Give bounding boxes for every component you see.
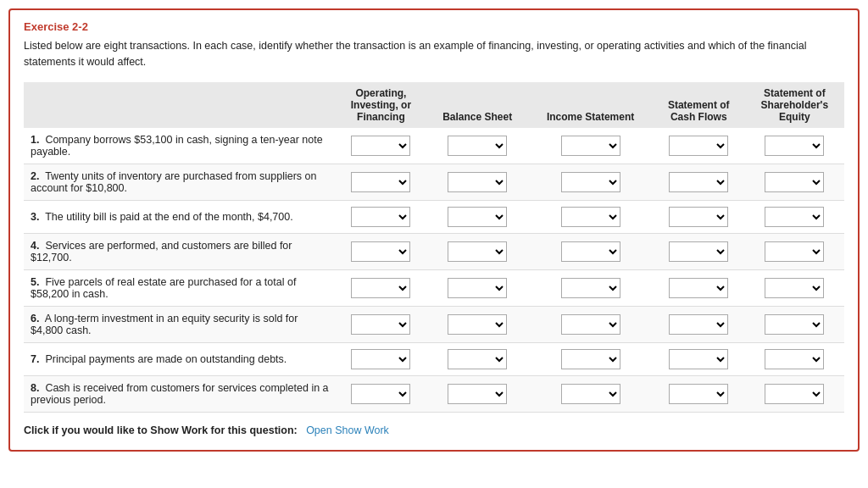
row-4-equity-select[interactable] xyxy=(765,241,824,262)
row-2-cashflow-cell xyxy=(653,164,745,200)
row-8-equity-select[interactable] xyxy=(765,384,824,404)
row-8-balance-select[interactable] xyxy=(448,384,507,404)
main-table: Operating, Investing, or Financing Balan… xyxy=(24,82,844,413)
show-work-label: Click if you would like to Show Work for… xyxy=(24,424,298,436)
row-6-balance-select[interactable] xyxy=(448,314,507,335)
col-header-balance-sheet: Balance Sheet xyxy=(426,82,528,128)
row-6-cashflow-cell xyxy=(653,306,745,342)
row-4-description: 4. Services are performed, and customers… xyxy=(24,233,336,269)
col-header-cash-flows: Statement of Cash Flows xyxy=(653,82,745,128)
row-3-equity-cell xyxy=(745,200,844,233)
row-3-balance-cell xyxy=(426,200,528,233)
row-2-balance-select[interactable] xyxy=(448,172,507,192)
row-7-equity-select[interactable] xyxy=(765,349,824,369)
row-3-cashflow-cell xyxy=(653,200,745,233)
row-3-balance-select[interactable] xyxy=(448,207,507,227)
row-1-description: 1. Company borrows $53,100 in cash, sign… xyxy=(24,128,336,164)
row-1-income-cell xyxy=(528,128,652,164)
row-2-income-select[interactable] xyxy=(561,172,620,192)
row-8-cashflow-cell xyxy=(653,375,745,412)
row-5-cashflow-select[interactable] xyxy=(669,278,728,298)
row-2-income-cell xyxy=(528,164,652,200)
row-6-description: 6. A long-term investment in an equity s… xyxy=(24,306,336,342)
row-1-equity-select[interactable] xyxy=(765,136,824,156)
row-2-description: 2. Twenty units of inventory are purchas… xyxy=(24,164,336,200)
row-7-cashflow-cell xyxy=(653,342,745,375)
row-1-income-select[interactable] xyxy=(561,136,620,156)
table-row: 1. Company borrows $53,100 in cash, sign… xyxy=(24,128,844,164)
row-3-income-cell xyxy=(528,200,652,233)
row-6-balance-cell xyxy=(426,306,528,342)
row-5-activity-cell xyxy=(336,269,426,306)
row-5-activity-select[interactable] xyxy=(351,278,410,298)
row-7-activity-select[interactable] xyxy=(351,349,410,369)
row-8-description: 8. Cash is received from customers for s… xyxy=(24,375,336,412)
row-6-income-cell xyxy=(528,306,652,342)
row-3-activity-cell xyxy=(336,200,426,233)
row-8-cashflow-select[interactable] xyxy=(669,384,728,404)
row-8-balance-cell xyxy=(426,375,528,412)
col-header-activity: Operating, Investing, or Financing xyxy=(336,82,426,128)
row-6-activity-select[interactable] xyxy=(351,314,410,335)
row-4-balance-select[interactable] xyxy=(448,241,507,262)
row-2-cashflow-select[interactable] xyxy=(669,172,728,192)
row-7-balance-select[interactable] xyxy=(448,349,507,369)
row-5-income-cell xyxy=(528,269,652,306)
row-8-activity-select[interactable] xyxy=(351,384,410,404)
row-5-equity-cell xyxy=(745,269,844,306)
row-4-income-select[interactable] xyxy=(561,241,620,262)
row-2-balance-cell xyxy=(426,164,528,200)
row-3-activity-select[interactable] xyxy=(351,207,410,227)
row-4-balance-cell xyxy=(426,233,528,269)
table-row: 6. A long-term investment in an equity s… xyxy=(24,306,844,342)
row-3-equity-select[interactable] xyxy=(765,207,824,227)
row-8-equity-cell xyxy=(745,375,844,412)
row-4-activity-select[interactable] xyxy=(351,241,410,262)
col-header-income-statement: Income Statement xyxy=(528,82,652,128)
row-1-balance-cell xyxy=(426,128,528,164)
col-header-description xyxy=(24,82,336,128)
row-4-equity-cell xyxy=(745,233,844,269)
row-6-income-select[interactable] xyxy=(561,314,620,335)
row-7-income-select[interactable] xyxy=(561,349,620,369)
row-7-activity-cell xyxy=(336,342,426,375)
row-2-activity-select[interactable] xyxy=(351,172,410,192)
row-8-income-select[interactable] xyxy=(561,384,620,404)
row-1-balance-select[interactable] xyxy=(448,136,507,156)
row-4-cashflow-select[interactable] xyxy=(669,241,728,262)
row-3-income-select[interactable] xyxy=(561,207,620,227)
row-1-cashflow-select[interactable] xyxy=(669,136,728,156)
row-5-cashflow-cell xyxy=(653,269,745,306)
row-2-equity-cell xyxy=(745,164,844,200)
row-7-balance-cell xyxy=(426,342,528,375)
row-7-cashflow-select[interactable] xyxy=(669,349,728,369)
row-5-income-select[interactable] xyxy=(561,278,620,298)
open-show-work-link[interactable]: Open Show Work xyxy=(306,424,389,436)
row-5-balance-cell xyxy=(426,269,528,306)
row-2-activity-cell xyxy=(336,164,426,200)
row-5-description: 5. Five parcels of real estate are purch… xyxy=(24,269,336,306)
row-7-description: 7. Principal payments are made on outsta… xyxy=(24,342,336,375)
table-row: 3. The utility bill is paid at the end o… xyxy=(24,200,844,233)
exercise-container: Exercise 2-2 Listed below are eight tran… xyxy=(8,8,860,452)
row-6-equity-select[interactable] xyxy=(765,314,824,335)
show-work-section: Click if you would like to Show Work for… xyxy=(24,424,844,436)
row-5-balance-select[interactable] xyxy=(448,278,507,298)
row-4-cashflow-cell xyxy=(653,233,745,269)
row-1-cashflow-cell xyxy=(653,128,745,164)
row-3-cashflow-select[interactable] xyxy=(669,207,728,227)
row-1-activity-cell xyxy=(336,128,426,164)
row-5-equity-select[interactable] xyxy=(765,278,824,298)
row-7-equity-cell xyxy=(745,342,844,375)
row-2-equity-select[interactable] xyxy=(765,172,824,192)
row-1-activity-select[interactable] xyxy=(351,136,410,156)
table-row: 2. Twenty units of inventory are purchas… xyxy=(24,164,844,200)
row-4-income-cell xyxy=(528,233,652,269)
row-6-cashflow-select[interactable] xyxy=(669,314,728,335)
row-7-income-cell xyxy=(528,342,652,375)
row-8-activity-cell xyxy=(336,375,426,412)
row-6-activity-cell xyxy=(336,306,426,342)
col-header-shareholders-equity: Statement of Shareholder's Equity xyxy=(745,82,844,128)
table-row: 4. Services are performed, and customers… xyxy=(24,233,844,269)
row-6-equity-cell xyxy=(745,306,844,342)
